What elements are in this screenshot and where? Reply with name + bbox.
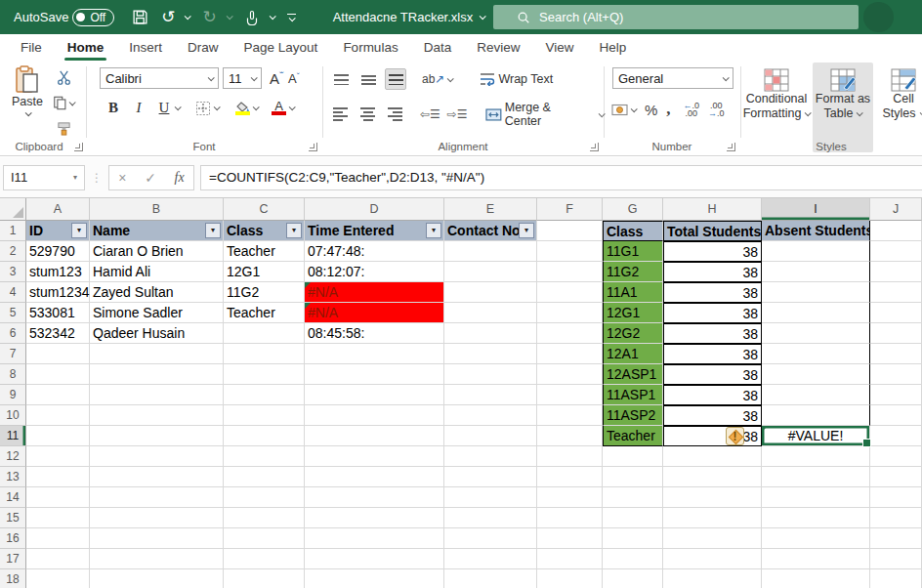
cell-J13[interactable] — [870, 467, 922, 487]
formula-bar-splitter[interactable]: ⋮ — [91, 171, 103, 185]
cell-B3[interactable]: Hamid Ali — [90, 262, 224, 282]
cell-C9[interactable] — [224, 385, 305, 405]
cell-E6[interactable] — [444, 323, 537, 344]
row-header-12[interactable]: 12 — [0, 446, 26, 467]
cell-D15[interactable] — [305, 508, 444, 528]
cell-A17[interactable] — [26, 549, 90, 569]
cell-H2[interactable]: 38 — [663, 241, 762, 262]
touch-mouse-mode-button[interactable] — [244, 10, 274, 25]
tab-data[interactable]: Data — [411, 34, 465, 61]
cell-I12[interactable] — [762, 446, 870, 467]
undo-dropdown-icon[interactable] — [185, 13, 191, 20]
column-header-B[interactable]: B — [90, 198, 224, 221]
cell-C2[interactable]: Teacher — [224, 241, 305, 262]
filter-button-D1[interactable]: ▾ — [426, 223, 441, 238]
align-right-button[interactable] — [385, 104, 406, 125]
cell-D13[interactable] — [305, 467, 444, 487]
cell-A5[interactable]: 533081 — [26, 303, 90, 323]
column-header-I[interactable]: I — [762, 198, 870, 221]
cell-A10[interactable] — [26, 405, 90, 426]
tab-home[interactable]: Home — [55, 34, 117, 61]
cell-C11[interactable] — [224, 426, 305, 446]
cell-G10[interactable]: 11ASP2 — [603, 405, 663, 426]
align-center-button[interactable] — [357, 104, 379, 125]
cell-D10[interactable] — [305, 405, 444, 426]
tab-view[interactable]: View — [532, 34, 586, 61]
cell-H6[interactable]: 38 — [663, 323, 762, 344]
row-header-4[interactable]: 4 — [0, 282, 26, 303]
cell-G13[interactable] — [603, 467, 663, 487]
cell-H10[interactable]: 38 — [663, 405, 762, 426]
cell-C15[interactable] — [224, 508, 305, 528]
column-header-A[interactable]: A — [26, 198, 90, 221]
cell-A14[interactable] — [26, 487, 90, 508]
cell-H1[interactable]: Total Students — [663, 221, 762, 241]
cell-A15[interactable] — [26, 508, 90, 528]
cell-H8[interactable]: 38 — [663, 364, 762, 385]
cell-E14[interactable] — [444, 487, 537, 508]
cell-G5[interactable]: 12G1 — [603, 303, 663, 323]
cell-I10[interactable] — [762, 405, 870, 426]
cell-C4[interactable]: 11G2 — [224, 282, 305, 303]
format-as-table-button[interactable]: Format as Table — [813, 63, 873, 152]
formula-input[interactable]: =COUNTIFS(C2:C9,"Teacher",D2:D13, "#N/A"… — [200, 165, 922, 190]
cell-C12[interactable] — [224, 446, 305, 467]
cell-F3[interactable] — [537, 262, 603, 282]
cell-G12[interactable] — [603, 446, 663, 467]
cell-J6[interactable] — [870, 323, 922, 344]
cell-I7[interactable] — [762, 344, 870, 364]
cell-I2[interactable] — [762, 241, 870, 262]
cell-B6[interactable]: Qadeer Husain — [90, 323, 224, 344]
cell-C5[interactable]: Teacher — [224, 303, 305, 323]
cell-J2[interactable] — [870, 241, 922, 262]
cell-A11[interactable] — [26, 426, 90, 446]
column-header-F[interactable]: F — [537, 198, 603, 221]
name-box[interactable]: I11 ▾ — [3, 165, 85, 190]
cell-E2[interactable] — [444, 241, 537, 262]
touch-mode-dropdown-icon[interactable] — [269, 13, 275, 20]
name-box-dropdown-icon[interactable]: ▾ — [73, 173, 77, 182]
cell-B12[interactable] — [90, 446, 224, 467]
cell-I15[interactable] — [762, 508, 870, 528]
cell-B5[interactable]: Simone Sadler — [90, 303, 224, 323]
cell-E5[interactable] — [444, 303, 537, 323]
cell-H14[interactable] — [663, 487, 762, 508]
cell-E7[interactable] — [444, 344, 537, 364]
cell-G14[interactable] — [603, 487, 663, 508]
cell-J18[interactable] — [870, 569, 922, 588]
cell-A18[interactable] — [26, 569, 90, 588]
cell-C10[interactable] — [224, 405, 305, 426]
cell-J10[interactable] — [870, 405, 922, 426]
row-header-13[interactable]: 13 — [0, 467, 26, 487]
column-header-G[interactable]: G — [603, 198, 663, 221]
cell-D17[interactable] — [305, 549, 444, 569]
row-header-6[interactable]: 6 — [0, 323, 26, 344]
cell-G18[interactable] — [603, 569, 663, 588]
cell-H13[interactable] — [663, 467, 762, 487]
decrease-decimal-button[interactable]: .00→.0 — [708, 102, 725, 117]
cell-H17[interactable] — [663, 549, 762, 569]
column-header-E[interactable]: E — [444, 198, 537, 221]
font-name-select[interactable]: Calibri — [100, 67, 219, 89]
cell-G15[interactable] — [603, 508, 663, 528]
filter-button-A1[interactable]: ▾ — [71, 223, 87, 238]
cell-J4[interactable] — [870, 282, 922, 303]
cell-J1[interactable] — [870, 221, 922, 241]
row-header-15[interactable]: 15 — [0, 508, 26, 528]
cell-J7[interactable] — [870, 344, 922, 364]
tab-draw[interactable]: Draw — [175, 34, 231, 61]
cell-B13[interactable] — [90, 467, 224, 487]
borders-dropdown-icon[interactable] — [214, 104, 221, 110]
cell-J9[interactable] — [870, 385, 922, 405]
cell-J16[interactable] — [870, 528, 922, 549]
row-header-11[interactable]: 11 — [0, 426, 26, 446]
cut-button[interactable] — [53, 66, 74, 88]
decrease-font-button[interactable]: Aˇ — [288, 71, 300, 86]
redo-button[interactable]: ↻ — [202, 7, 230, 27]
cell-D16[interactable] — [305, 528, 444, 549]
increase-font-button[interactable]: Aˇ̌ — [270, 70, 282, 87]
cell-D1[interactable]: Time Entered▾ — [305, 221, 444, 241]
cell-F1[interactable] — [537, 221, 603, 241]
cell-H18[interactable] — [663, 569, 762, 588]
cell-G2[interactable]: 11G1 — [603, 241, 663, 262]
